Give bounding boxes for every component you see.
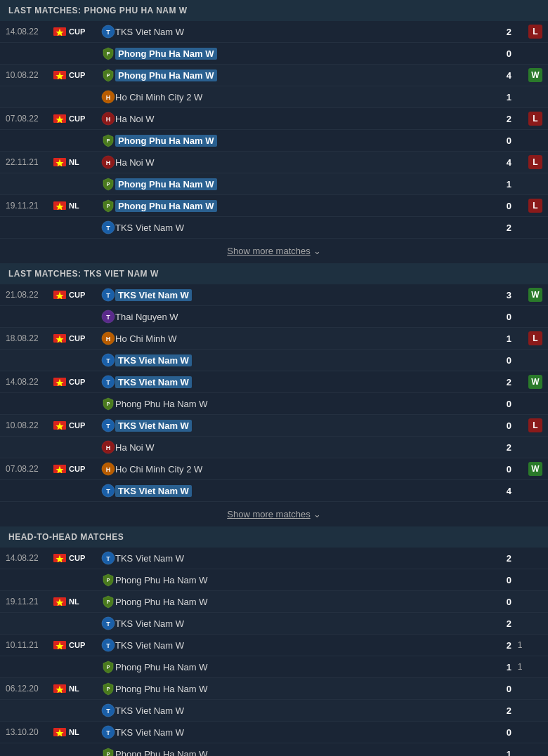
team-icon-tks: T	[101, 418, 115, 432]
svg-text:P: P	[107, 204, 110, 208]
match-block: 07.08.22CUPHHa Noi W2LPPhong Phu Ha Nam …	[0, 108, 548, 152]
match-row: 13.10.20NLTTKS Viet Nam W0	[0, 722, 548, 743]
team-score: 0	[495, 355, 511, 366]
team-icon-phong: P	[101, 660, 115, 674]
result-placeholder	[528, 660, 542, 674]
match-row: 19.11.21NLPPhong Phu Ha Nam W0	[0, 591, 548, 613]
svg-text:P: P	[107, 402, 110, 406]
team-score: 0	[495, 727, 511, 738]
match-date: 19.11.21	[6, 201, 53, 211]
team-score: 0	[495, 312, 511, 322]
team-icon-phong: P	[101, 68, 115, 82]
svg-text:P: P	[107, 182, 110, 187]
match-block: 10.08.22CUPTTKS Viet Nam W0LHHa Noi W2	[0, 415, 548, 458]
match-row: PPhong Phu Ha Nam W0	[0, 393, 548, 414]
flag-competition: NL	[53, 158, 101, 166]
team-name: TKS Viet Nam W	[115, 354, 192, 366]
svg-text:P: P	[107, 665, 110, 670]
match-date: 07.08.22	[6, 464, 53, 474]
result-placeholder	[528, 573, 542, 587]
svg-text:P: P	[107, 73, 110, 78]
team-icon-tks: T	[101, 725, 115, 739]
team-icon-phong: P	[101, 133, 115, 147]
team-name: Ha Noi W	[115, 114, 155, 124]
team-name: Thai Nguyen W	[115, 312, 178, 322]
result-badge: L	[528, 25, 542, 39]
match-row: 07.08.22CUPHHa Noi W2L	[0, 108, 548, 130]
svg-text:H: H	[106, 466, 111, 473]
svg-text:T: T	[106, 729, 110, 736]
match-block: 10.08.22CUPPPhong Phu Ha Nam W4WHHo Chi …	[0, 65, 548, 108]
match-block: 14.08.22CUPTTKS Viet Nam W2WPPhong Phu H…	[0, 371, 548, 415]
team-name: Phong Phu Ha Nam W	[115, 597, 208, 607]
match-row: TTKS Viet Nam W4	[0, 480, 548, 501]
flag-competition: CUP	[53, 554, 101, 562]
team-icon-phong: P	[101, 595, 115, 609]
team-score: 2	[495, 114, 511, 124]
match-row: 10.08.22CUPTTKS Viet Nam W0L	[0, 415, 548, 437]
match-block: 14.08.22CUPTTKS Viet Nam W2LPPhong Phu H…	[0, 21, 548, 65]
svg-text:T: T	[106, 314, 110, 321]
team-score: 4	[495, 157, 511, 168]
team-score: 0	[495, 597, 511, 607]
competition-label: CUP	[69, 114, 85, 123]
team-icon-tks: T	[101, 288, 115, 302]
extra-score: 1	[511, 662, 528, 672]
flag-competition: CUP	[53, 114, 101, 123]
competition-label: NL	[69, 201, 79, 210]
match-date: 22.11.21	[6, 157, 53, 167]
team-name: TKS Viet Nam W	[115, 618, 184, 629]
team-icon-hanoi: H	[101, 155, 115, 169]
team-score: 4	[495, 486, 511, 496]
team-icon-phong: P	[101, 199, 115, 213]
team-name: Phong Phu Ha Nam W	[115, 135, 217, 147]
competition-label: NL	[69, 728, 79, 736]
result-placeholder	[528, 616, 542, 630]
match-row: PPhong Phu Ha Nam W11	[0, 656, 548, 677]
match-row: PPhong Phu Ha Nam W1	[0, 743, 548, 756]
result-placeholder	[528, 747, 542, 756]
svg-text:T: T	[106, 292, 110, 299]
svg-text:H: H	[106, 336, 111, 343]
team-name: Phong Phu Ha Nam W	[115, 200, 217, 212]
match-block: 14.08.22CUPTTKS Viet Nam W2PPhong Phu Ha…	[0, 548, 548, 591]
team-name: Ho Chi Minh City 2 W	[115, 92, 202, 102]
match-date: 10.08.22	[6, 70, 53, 80]
show-more-button[interactable]: Show more matches ⌄	[0, 239, 548, 263]
competition-label: NL	[69, 158, 79, 166]
result-placeholder	[528, 46, 542, 60]
result-placeholder	[528, 353, 542, 367]
match-date: 14.08.22	[6, 377, 53, 387]
result-placeholder	[528, 133, 542, 147]
flag-competition: NL	[53, 728, 101, 736]
team-score: 2	[495, 442, 511, 453]
team-score: 0	[495, 684, 511, 694]
team-name: Phong Phu Ha Nam W	[115, 684, 208, 694]
result-placeholder	[528, 551, 542, 565]
match-date: 06.12.20	[6, 684, 53, 694]
show-more-button[interactable]: Show more matches ⌄	[0, 502, 548, 526]
team-icon-phong: P	[101, 682, 115, 696]
team-icon-tks: T	[101, 638, 115, 652]
team-score: 3	[495, 290, 511, 300]
team-score: 2	[495, 223, 511, 233]
flag-competition: CUP	[53, 421, 101, 430]
svg-text:P: P	[107, 51, 110, 56]
team-name: TKS Viet Nam W	[115, 727, 184, 738]
result-placeholder	[528, 595, 542, 609]
result-badge: L	[528, 155, 542, 169]
team-name: Phong Phu Ha Nam W	[115, 399, 208, 409]
match-row: TTKS Viet Nam W0	[0, 350, 548, 371]
team-icon-phong: P	[101, 573, 115, 587]
team-score: 0	[495, 201, 511, 211]
match-date: 19.11.21	[6, 597, 53, 606]
result-placeholder	[528, 440, 542, 454]
svg-text:P: P	[107, 578, 110, 583]
svg-text:T: T	[106, 357, 110, 364]
matches-container: LAST MATCHES: PHONG PHU HA NAM W14.08.22…	[0, 0, 548, 756]
svg-text:P: P	[107, 138, 110, 143]
match-row: PPhong Phu Ha Nam W0	[0, 569, 548, 590]
competition-label: CUP	[69, 71, 85, 79]
team-score: 0	[495, 575, 511, 585]
team-icon-phong: P	[101, 747, 115, 756]
